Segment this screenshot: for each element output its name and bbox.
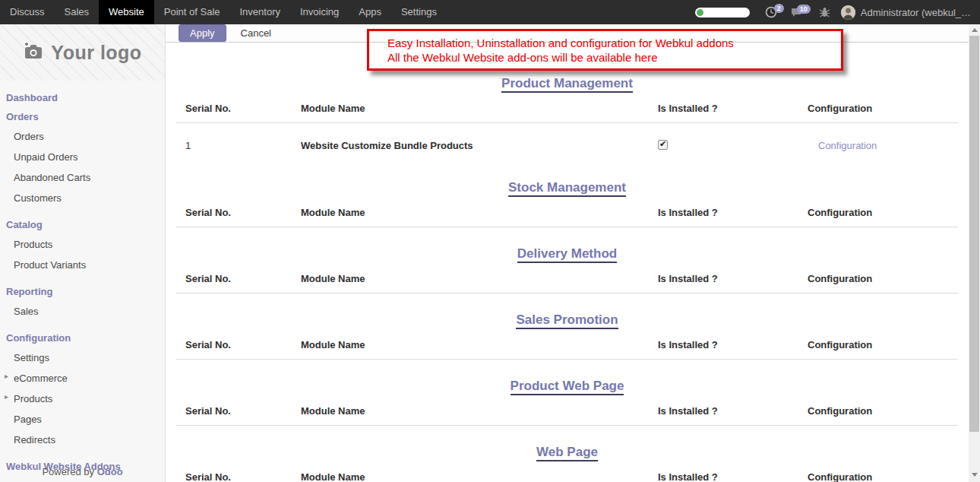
sidebar-item-ecommerce[interactable]: ▸eCommerce <box>0 368 165 388</box>
annotation-box: Easy Installation, Uninstallation and co… <box>367 29 843 71</box>
section-title: Product Web Page <box>176 378 958 394</box>
sidebar-item-products[interactable]: Products <box>0 234 165 255</box>
sidebar-item-product-variants[interactable]: Product Variants <box>0 255 165 275</box>
col-module-name: Module Name <box>301 103 658 114</box>
divider <box>176 227 958 227</box>
is-installed-checkbox[interactable] <box>658 140 668 150</box>
section-stock-management: Stock Management Serial No. Module Name … <box>176 179 958 227</box>
configuration-link[interactable]: Configuration <box>808 140 877 151</box>
col-configuration: Configuration <box>808 471 958 482</box>
col-configuration: Configuration <box>808 339 958 350</box>
table-header-row: Serial No. Module Name Is Installed ? Co… <box>176 273 958 284</box>
scroll-up-arrow[interactable] <box>969 24 980 36</box>
col-serial-no: Serial No. <box>185 339 301 350</box>
activity-clock-icon[interactable]: 2 <box>765 6 777 18</box>
menu-inventory[interactable]: Inventory <box>230 0 290 24</box>
col-is-installed: Is Installed ? <box>658 103 808 114</box>
annotation-line-1: Easy Installation, Uninstallation and co… <box>387 36 841 50</box>
col-serial-no: Serial No. <box>185 103 301 114</box>
table-header-row: Serial No. Module Name Is Installed ? Co… <box>176 471 958 482</box>
section-title: Sales Promotion <box>176 312 958 328</box>
messages-badge: 10 <box>797 5 811 14</box>
sidebar-item-unpaid-orders[interactable]: Unpaid Orders <box>0 147 165 167</box>
scroll-down-arrow[interactable] <box>969 469 980 480</box>
user-menu[interactable]: Administrator (webkul_… <box>841 5 971 20</box>
powered-by: Powered by Odoo <box>0 466 165 477</box>
section-delivery-method: Delivery Method Serial No. Module Name I… <box>176 246 958 293</box>
menu-settings[interactable]: Settings <box>391 0 447 24</box>
divider <box>176 293 958 293</box>
odoo-link[interactable]: Odoo <box>97 466 123 477</box>
annotation-line-2: All the Webkul Website add-ons will be a… <box>387 50 841 65</box>
menu-website[interactable]: Website <box>99 0 154 24</box>
sidebar-header-orders[interactable]: Orders <box>0 107 165 126</box>
sidebar-header-reporting[interactable]: Reporting <box>0 282 165 301</box>
col-serial-no: Serial No. <box>185 207 301 218</box>
cell-module-name: Website Customize Bundle Products <box>301 140 658 152</box>
sidebar-item-customers[interactable]: Customers <box>0 188 165 208</box>
menu-discuss[interactable]: Discuss <box>0 0 55 24</box>
sidebar-header-configuration[interactable]: Configuration <box>0 328 165 347</box>
col-is-installed: Is Installed ? <box>658 207 808 218</box>
powered-by-text: Powered by <box>42 466 94 477</box>
loading-progress-bar <box>695 8 750 17</box>
menu-sales[interactable]: Sales <box>55 0 100 24</box>
sidebar: Your logo Dashboard Orders Orders Unpaid… <box>0 24 166 482</box>
sidebar-menu: Dashboard Orders Orders Unpaid Orders Ab… <box>0 81 165 476</box>
col-serial-no: Serial No. <box>185 273 301 284</box>
table-header-row: Serial No. Module Name Is Installed ? Co… <box>176 405 958 417</box>
sidebar-item-settings[interactable]: Settings <box>0 347 165 368</box>
chevron-right-icon: ▸ <box>5 372 8 380</box>
progress-fill <box>697 9 703 16</box>
divider <box>176 359 958 360</box>
sidebar-item-pages[interactable]: Pages <box>0 409 165 430</box>
col-module-name: Module Name <box>301 273 658 284</box>
logo-text: Your logo <box>51 42 141 64</box>
col-module-name: Module Name <box>301 339 658 350</box>
activity-badge: 2 <box>774 4 784 13</box>
col-module-name: Module Name <box>301 405 658 417</box>
apply-button[interactable]: Apply <box>179 24 226 42</box>
scrollbar-thumb[interactable] <box>969 36 979 432</box>
main-panel: Apply Cancel Easy Installation, Uninstal… <box>166 24 980 482</box>
section-sales-promotion: Sales Promotion Serial No. Module Name I… <box>176 312 958 360</box>
top-navbar: Discuss Sales Website Point of Sale Inve… <box>0 0 980 24</box>
col-is-installed: Is Installed ? <box>658 273 808 284</box>
section-web-page: Web Page Serial No. Module Name Is Insta… <box>176 444 958 482</box>
sidebar-item-abandoned-carts[interactable]: Abandoned Carts <box>0 167 165 188</box>
col-is-installed: Is Installed ? <box>658 405 808 417</box>
sidebar-item-products-config[interactable]: ▸Products <box>0 388 165 409</box>
sidebar-header-dashboard[interactable]: Dashboard <box>0 88 165 107</box>
col-serial-no: Serial No. <box>185 471 301 482</box>
col-configuration: Configuration <box>808 273 958 284</box>
camera-icon <box>23 42 44 63</box>
logo-area: Your logo <box>0 24 165 81</box>
cell-serial: 1 <box>185 140 301 152</box>
menu-apps[interactable]: Apps <box>349 0 391 24</box>
menu-point-of-sale[interactable]: Point of Sale <box>154 0 230 24</box>
sidebar-item-orders[interactable]: Orders <box>0 126 165 147</box>
section-title: Product Management <box>176 75 958 91</box>
section-product-web-page: Product Web Page Serial No. Module Name … <box>176 378 958 426</box>
chevron-right-icon: ▸ <box>5 392 8 401</box>
menu-invoicing[interactable]: Invoicing <box>290 0 349 24</box>
vertical-scrollbar[interactable] <box>969 24 980 482</box>
sidebar-item-sales[interactable]: Sales <box>0 301 165 322</box>
col-is-installed: Is Installed ? <box>658 471 808 482</box>
col-is-installed: Is Installed ? <box>658 339 808 350</box>
debug-bug-icon[interactable] <box>819 6 830 18</box>
sidebar-header-catalog[interactable]: Catalog <box>0 215 165 234</box>
section-title: Stock Management <box>176 179 958 195</box>
divider <box>176 425 958 426</box>
col-configuration: Configuration <box>808 207 958 218</box>
messages-icon[interactable]: 10 <box>791 7 804 18</box>
col-configuration: Configuration <box>808 405 958 417</box>
sidebar-item-redirects[interactable]: Redirects <box>0 430 165 450</box>
section-title: Delivery Method <box>176 246 958 262</box>
col-module-name: Module Name <box>301 471 658 482</box>
col-configuration: Configuration <box>808 103 958 114</box>
table-header-row: Serial No. Module Name Is Installed ? Co… <box>176 103 958 114</box>
section-title: Web Page <box>176 444 958 460</box>
cancel-button[interactable]: Cancel <box>241 27 271 39</box>
col-module-name: Module Name <box>301 207 658 218</box>
